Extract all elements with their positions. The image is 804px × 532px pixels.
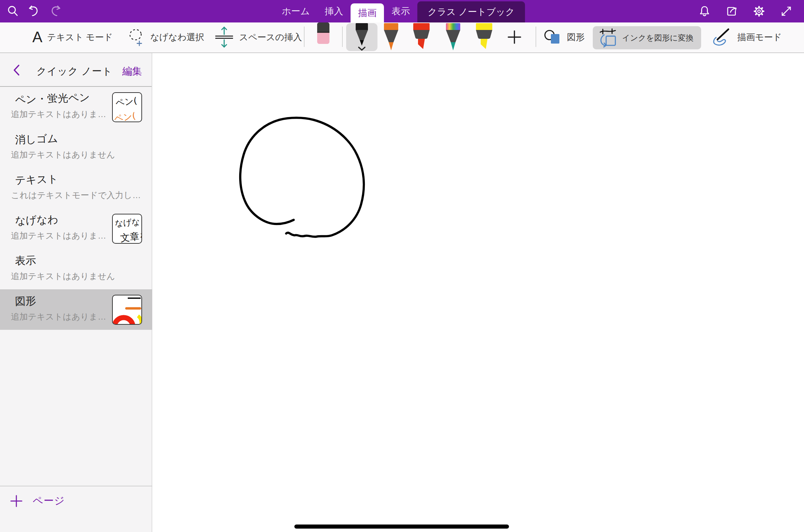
tab-draw[interactable]: 描画 bbox=[351, 3, 384, 22]
share-button[interactable] bbox=[725, 4, 739, 18]
tab-view[interactable]: 表示 bbox=[384, 0, 417, 22]
page-title: 図形 bbox=[15, 294, 36, 309]
page-thumbnail bbox=[112, 295, 142, 325]
rainbow-pen-icon bbox=[444, 23, 462, 52]
search-icon bbox=[6, 5, 19, 18]
page-title: 表示 bbox=[15, 253, 36, 268]
page-title: 消しゴム bbox=[15, 131, 58, 147]
black-pen-icon bbox=[346, 23, 377, 51]
divider bbox=[342, 27, 343, 47]
ribbon-tabs: ホーム 挿入 描画 表示 クラス ノートブック bbox=[274, 0, 525, 22]
yellow-highlighter-tool[interactable] bbox=[474, 23, 494, 52]
insert-space-button[interactable]: スペースの挿入 bbox=[214, 22, 302, 52]
eraser-tool[interactable] bbox=[316, 22, 330, 44]
page-subtitle: これはテキストモードで入力し… bbox=[11, 190, 141, 201]
insert-space-label: スペースの挿入 bbox=[239, 31, 302, 43]
redo-icon bbox=[48, 4, 62, 18]
top-app-bar: ホーム 挿入 描画 表示 クラス ノートブック bbox=[0, 0, 804, 22]
shapes-button[interactable]: 図形 bbox=[544, 22, 585, 52]
fullscreen-button[interactable] bbox=[779, 4, 793, 18]
orange-pen-tool[interactable] bbox=[382, 23, 400, 52]
draw-mode-icon bbox=[711, 27, 732, 47]
page-item-pen-highlighter[interactable]: ペン・蛍光ペン 追加テキストはありま… ペン( ペン( bbox=[0, 87, 152, 127]
section-title: クイック ノート bbox=[36, 65, 112, 78]
home-indicator bbox=[294, 525, 509, 529]
plus-icon bbox=[507, 30, 522, 45]
sidebar-header: クイック ノート 編集 bbox=[0, 53, 152, 87]
divider bbox=[536, 27, 536, 47]
search-button[interactable] bbox=[6, 4, 20, 18]
page-thumbnail: ペン( ペン( bbox=[112, 92, 142, 122]
ink-to-shape-icon bbox=[598, 28, 618, 48]
page-item-lasso[interactable]: なげなわ 追加テキストはありま… なげな 文章を bbox=[0, 208, 152, 249]
page-item-text[interactable]: テキスト これはテキストモードで入力し… bbox=[0, 168, 152, 208]
black-pen-selected[interactable] bbox=[346, 23, 377, 51]
add-page-label: ページ bbox=[33, 494, 65, 508]
eraser-icon bbox=[316, 22, 330, 44]
undo-button[interactable] bbox=[27, 4, 41, 18]
lasso-select-button[interactable]: なげなわ選択 bbox=[128, 22, 204, 52]
lasso-label: なげなわ選択 bbox=[150, 31, 204, 43]
draw-mode-label: 描画モード bbox=[737, 31, 782, 43]
page-subtitle: 追加テキストはありません bbox=[11, 149, 115, 160]
text-mode-button[interactable]: A テキスト モード bbox=[32, 22, 113, 52]
share-icon bbox=[725, 5, 738, 18]
page-subtitle: 追加テキストはありま… bbox=[11, 109, 106, 120]
ink-to-shape-label: インクを図形に変換 bbox=[622, 33, 694, 43]
divider bbox=[304, 27, 305, 47]
expand-icon bbox=[780, 5, 793, 18]
tab-class-notebook[interactable]: クラス ノートブック bbox=[417, 1, 525, 22]
gear-icon bbox=[752, 4, 766, 18]
shapes-thumbnail-drawing bbox=[113, 295, 141, 324]
divider bbox=[0, 486, 152, 486]
back-button[interactable] bbox=[12, 64, 20, 76]
add-page-button[interactable]: ページ bbox=[10, 494, 65, 508]
settings-button[interactable] bbox=[752, 4, 766, 18]
page-title: なげなわ bbox=[15, 212, 58, 228]
lasso-icon bbox=[128, 28, 145, 47]
tab-home[interactable]: ホーム bbox=[274, 0, 317, 22]
page-list-sidebar: クイック ノート 編集 ペン・蛍光ペン 追加テキストはありま… ペン( ペン( … bbox=[0, 53, 152, 532]
insert-space-icon bbox=[214, 26, 234, 48]
ink-to-shape-button[interactable]: インクを図形に変換 bbox=[593, 26, 701, 49]
note-canvas[interactable] bbox=[153, 53, 804, 532]
draw-ribbon: A テキスト モード なげなわ選択 スペースの挿入 bbox=[0, 22, 804, 53]
edit-button[interactable]: 編集 bbox=[122, 65, 142, 78]
bell-icon bbox=[698, 5, 711, 18]
page-subtitle: 追加テキストはありません bbox=[11, 271, 115, 282]
page-subtitle: 追加テキストはありま… bbox=[11, 311, 106, 322]
plus-icon bbox=[10, 495, 22, 507]
redo-button[interactable] bbox=[48, 4, 62, 18]
page-title: テキスト bbox=[15, 172, 58, 188]
chevron-left-icon bbox=[12, 64, 20, 76]
orange-pen-icon bbox=[382, 23, 400, 52]
shapes-icon bbox=[544, 28, 562, 46]
draw-mode-button[interactable]: 描画モード bbox=[711, 22, 782, 52]
page-item-view[interactable]: 表示 追加テキストはありません bbox=[0, 249, 152, 289]
red-highlighter-icon bbox=[412, 23, 431, 52]
add-pen-button[interactable] bbox=[507, 22, 522, 52]
notifications-button[interactable] bbox=[698, 4, 711, 18]
page-title: ペン・蛍光ペン bbox=[15, 90, 90, 107]
page-subtitle: 追加テキストはありま… bbox=[11, 230, 106, 241]
text-mode-label: テキスト モード bbox=[47, 31, 113, 43]
undo-icon bbox=[27, 4, 41, 18]
page-item-shapes[interactable]: 図形 追加テキストはありま… bbox=[0, 289, 152, 330]
page-thumbnail: なげな 文章を bbox=[112, 214, 142, 244]
text-mode-icon: A bbox=[32, 29, 42, 46]
rainbow-pen-tool[interactable] bbox=[444, 23, 462, 52]
red-highlighter-tool[interactable] bbox=[412, 23, 431, 52]
yellow-highlighter-icon bbox=[474, 23, 494, 52]
shapes-label: 図形 bbox=[567, 31, 585, 43]
tab-insert[interactable]: 挿入 bbox=[317, 0, 351, 22]
page-item-eraser[interactable]: 消しゴム 追加テキストはありません bbox=[0, 127, 152, 168]
